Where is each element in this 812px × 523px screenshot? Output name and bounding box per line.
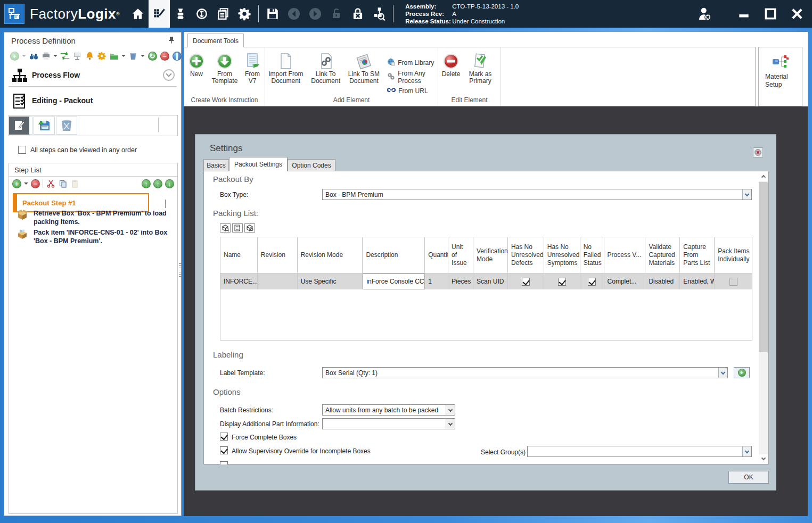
any-order-option[interactable]: All steps can be viewed in any order	[18, 146, 137, 154]
delete-element-button[interactable]: Delete	[438, 52, 464, 85]
box-type-select[interactable]: Box - BPM Premium	[322, 189, 752, 200]
scroll-down-icon[interactable]	[759, 454, 768, 463]
browse-box-icon[interactable]	[220, 223, 231, 233]
remove-box-icon[interactable]	[244, 223, 255, 233]
column-header[interactable]: Description	[363, 237, 425, 273]
cell-has-no-unresolved-defects[interactable]	[508, 273, 544, 289]
sync-button[interactable]	[191, 0, 212, 28]
unlock-button[interactable]	[326, 0, 347, 28]
expand-process-flow-icon[interactable]	[163, 69, 175, 81]
step-item-pack-item[interactable]: Pack item 'INFORCE-CNS-01 - 02' into Box…	[17, 228, 174, 245]
from-any-process-button[interactable]: From Any Process	[387, 70, 438, 85]
add-step-dropdown-icon[interactable]	[24, 182, 28, 185]
from-library-button[interactable]: From Library	[387, 58, 438, 68]
copy-icon[interactable]	[58, 179, 68, 188]
column-header[interactable]: Quantity	[425, 237, 448, 273]
cut-icon[interactable]	[46, 179, 55, 188]
column-header[interactable]: Verification Mode	[473, 237, 508, 273]
tab-document-tools[interactable]: Document Tools	[187, 34, 244, 47]
close-button[interactable]	[785, 0, 809, 28]
remove-icon[interactable]: −	[160, 51, 169, 61]
gear-icon[interactable]	[97, 51, 106, 61]
print-dropdown-icon[interactable]	[53, 55, 58, 57]
force-complete-boxes-checkbox[interactable]	[220, 433, 228, 441]
feeder-setup-button[interactable]	[170, 0, 191, 28]
material-setup-button[interactable]: Material Setup	[758, 47, 802, 106]
import-document-button[interactable]	[34, 117, 55, 135]
cell-has-no-unresolved-symptoms[interactable]	[544, 273, 580, 289]
from-url-button[interactable]: From URL	[387, 87, 438, 95]
cell-no-failed-status[interactable]	[580, 273, 604, 289]
scroll-up-icon[interactable]	[759, 172, 768, 181]
column-header[interactable]: No Failed Status	[580, 237, 604, 273]
column-header[interactable]: Unit of Issue	[448, 237, 473, 273]
collapse-step-icon[interactable]	[165, 200, 166, 207]
export-folder-icon[interactable]	[109, 51, 119, 61]
lock-x-button[interactable]	[347, 0, 368, 28]
undo-button[interactable]	[283, 0, 305, 28]
trash-icon[interactable]	[128, 51, 138, 61]
any-order-checkbox[interactable]	[18, 146, 26, 154]
column-header[interactable]: Pack Items Individually	[715, 237, 752, 273]
column-header[interactable]: Revision Mode	[298, 237, 363, 273]
process-designer-button[interactable]	[149, 0, 170, 28]
documents-button[interactable]	[212, 0, 234, 28]
cell-description[interactable]: inForce Console CCA	[363, 273, 425, 289]
allow-supervisory-override-checkbox[interactable]	[220, 446, 228, 454]
column-header[interactable]: Capture From Parts List	[680, 237, 715, 273]
pin-icon[interactable]	[168, 36, 175, 45]
trash-dropdown-icon[interactable]	[141, 55, 145, 57]
mark-as-primary-button[interactable]: Mark as Primary	[464, 52, 497, 85]
tab-basics[interactable]: Basics	[203, 159, 229, 171]
step-item-retrieve-box[interactable]: Retrieve Box 'Box - BPM Premium' to load…	[17, 209, 174, 226]
ok-button[interactable]: OK	[728, 471, 769, 484]
new-work-instruction-button[interactable]: New	[184, 52, 209, 85]
process-find-button[interactable]	[368, 0, 390, 28]
minimize-button[interactable]	[732, 0, 756, 28]
add-label-template-button[interactable]: +	[734, 367, 750, 378]
column-header[interactable]: Revision	[258, 237, 298, 273]
batch-restrictions-select[interactable]: Allow units from any batch to be packed	[322, 404, 455, 416]
chevron-down-icon[interactable]	[718, 368, 727, 378]
dialog-close-button[interactable]	[753, 147, 763, 157]
chevron-down-icon[interactable]	[742, 446, 751, 456]
chevron-down-icon[interactable]	[446, 405, 455, 415]
print-icon[interactable]	[41, 51, 51, 61]
from-template-button[interactable]: From Template	[209, 52, 241, 85]
column-header[interactable]: Has No Unresolved Symptoms	[544, 237, 580, 273]
cell-pack-items-individually[interactable]	[715, 273, 752, 289]
add-dropdown-icon[interactable]	[22, 55, 26, 57]
export-dropdown-icon[interactable]	[121, 55, 126, 57]
signoff-icon[interactable]	[72, 51, 82, 61]
label-template-select[interactable]: Box Serial (Qty: 1)	[322, 367, 728, 378]
table-row[interactable]: INFORCE... Use Specific inForce Console …	[220, 273, 752, 289]
process-flow-row[interactable]: Process Flow	[4, 65, 181, 86]
column-header[interactable]: Process V...	[604, 237, 646, 273]
delete-document-button[interactable]	[56, 117, 77, 135]
find-binoculars-icon[interactable]	[29, 51, 38, 61]
import-from-document-button[interactable]: Import From Document	[265, 52, 307, 95]
tab-option-codes[interactable]: Option Codes	[288, 159, 335, 171]
link-to-sm-document-button[interactable]: Link To SM Document	[345, 52, 383, 95]
add-step-icon[interactable]: +	[12, 179, 21, 188]
settings-gear-button[interactable]	[234, 0, 255, 28]
vertical-scrollbar[interactable]	[759, 172, 768, 463]
list-options-icon[interactable]	[232, 223, 243, 233]
move-step-up-icon[interactable]: ↑	[153, 179, 162, 188]
chevron-down-icon[interactable]	[742, 189, 751, 200]
display-additional-select[interactable]	[322, 418, 455, 429]
column-header[interactable]: Validate Captured Materials	[645, 237, 680, 273]
update-flow-icon[interactable]	[60, 51, 70, 61]
add-icon[interactable]: +	[10, 51, 19, 61]
save-button[interactable]	[262, 0, 283, 28]
bell-icon[interactable]	[85, 51, 94, 61]
home-button[interactable]	[127, 0, 149, 28]
pause-icon[interactable]: ∥	[172, 51, 182, 61]
panel-splitter-handle[interactable]	[179, 263, 182, 278]
editing-packout-row[interactable]: Editing - Packout	[4, 90, 181, 111]
link-to-document-button[interactable]: Link To Document	[307, 52, 345, 95]
refresh-icon[interactable]: ↻	[147, 51, 157, 61]
remove-step-icon[interactable]: −	[31, 179, 40, 188]
tab-packout-settings[interactable]: Packout Settings	[229, 157, 288, 171]
paste-icon[interactable]	[70, 179, 80, 188]
